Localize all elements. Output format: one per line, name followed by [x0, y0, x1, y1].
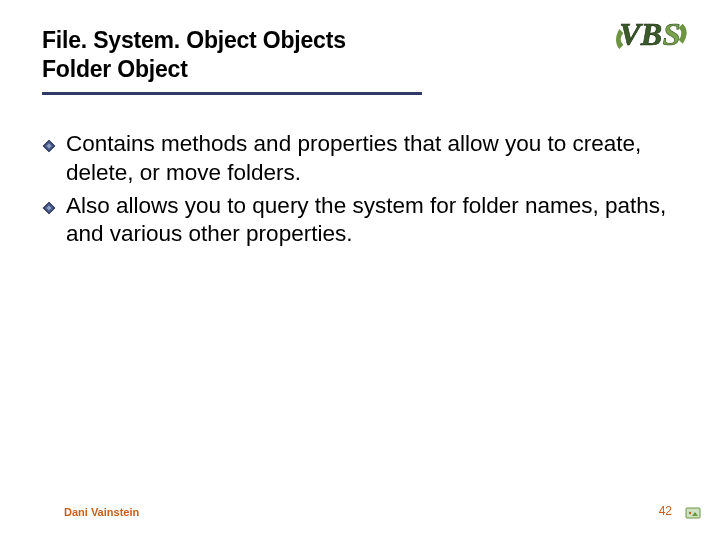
svg-text:VB: VB	[619, 16, 662, 52]
vbs-logo: VB S	[616, 10, 696, 64]
bullet-text: Contains methods and properties that all…	[66, 130, 670, 188]
content-body: Contains methods and properties that all…	[42, 130, 670, 253]
title-underline	[42, 92, 422, 95]
list-item: Contains methods and properties that all…	[42, 130, 670, 188]
slide-title: File. System. Object Objects Folder Obje…	[42, 26, 600, 84]
title-line-2: Folder Object	[42, 55, 600, 84]
footer-author: Dani Vainstein	[64, 506, 139, 518]
title-line-1: File. System. Object Objects	[42, 26, 600, 55]
svg-text:S: S	[663, 16, 681, 52]
svg-point-7	[689, 512, 691, 514]
svg-rect-6	[686, 508, 700, 518]
footer-decorative-icon	[684, 504, 702, 522]
slide: VB S File. System. Object Objects Folder…	[0, 0, 720, 540]
footer-page-number: 42	[659, 504, 672, 518]
diamond-bullet-icon	[42, 139, 56, 153]
list-item: Also allows you to query the system for …	[42, 192, 670, 250]
diamond-bullet-icon	[42, 201, 56, 215]
bullet-text: Also allows you to query the system for …	[66, 192, 670, 250]
